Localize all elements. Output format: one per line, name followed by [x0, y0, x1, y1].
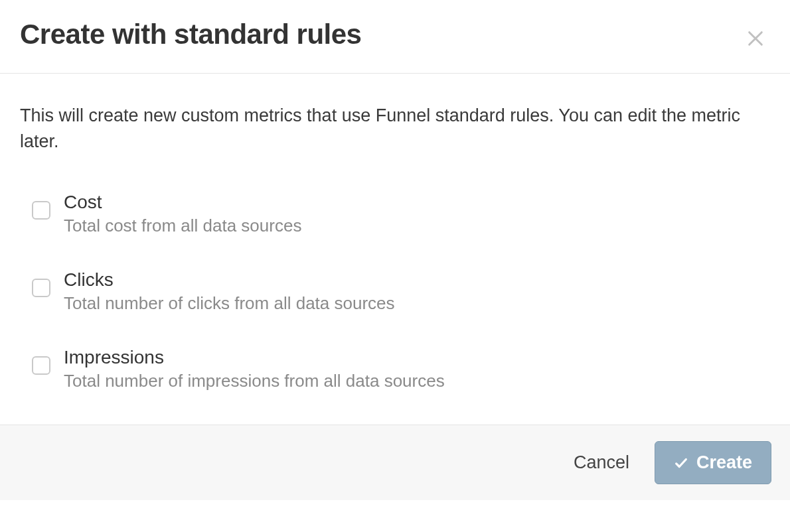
option-description: Total cost from all data sources: [64, 216, 301, 236]
option-impressions: Impressions Total number of impressions …: [32, 347, 770, 391]
create-button-label: Create: [696, 452, 752, 473]
modal-footer: Cancel Create: [0, 425, 790, 500]
close-icon: [746, 29, 765, 48]
option-text: Impressions Total number of impressions …: [64, 347, 445, 391]
option-cost: Cost Total cost from all data sources: [32, 192, 770, 236]
option-description: Total number of impressions from all dat…: [64, 371, 445, 391]
cancel-button[interactable]: Cancel: [570, 446, 633, 480]
option-label: Cost: [64, 192, 301, 213]
checkbox-clicks[interactable]: [32, 279, 50, 297]
modal-description: This will create new custom metrics that…: [20, 103, 770, 155]
check-icon: [674, 456, 688, 470]
checkbox-cost[interactable]: [32, 201, 50, 220]
option-label: Clicks: [64, 269, 395, 291]
option-text: Cost Total cost from all data sources: [64, 192, 301, 236]
modal-header: Create with standard rules: [0, 0, 790, 74]
option-list: Cost Total cost from all data sources Cl…: [20, 192, 770, 391]
modal-body: This will create new custom metrics that…: [0, 74, 790, 425]
option-text: Clicks Total number of clicks from all d…: [64, 269, 395, 314]
modal-dialog: Create with standard rules This will cre…: [0, 0, 790, 500]
option-description: Total number of clicks from all data sou…: [64, 293, 395, 314]
close-button[interactable]: [741, 24, 770, 53]
option-clicks: Clicks Total number of clicks from all d…: [32, 269, 770, 314]
create-button[interactable]: Create: [655, 441, 771, 484]
option-label: Impressions: [64, 347, 445, 368]
modal-title: Create with standard rules: [20, 19, 361, 50]
checkbox-impressions[interactable]: [32, 356, 50, 375]
